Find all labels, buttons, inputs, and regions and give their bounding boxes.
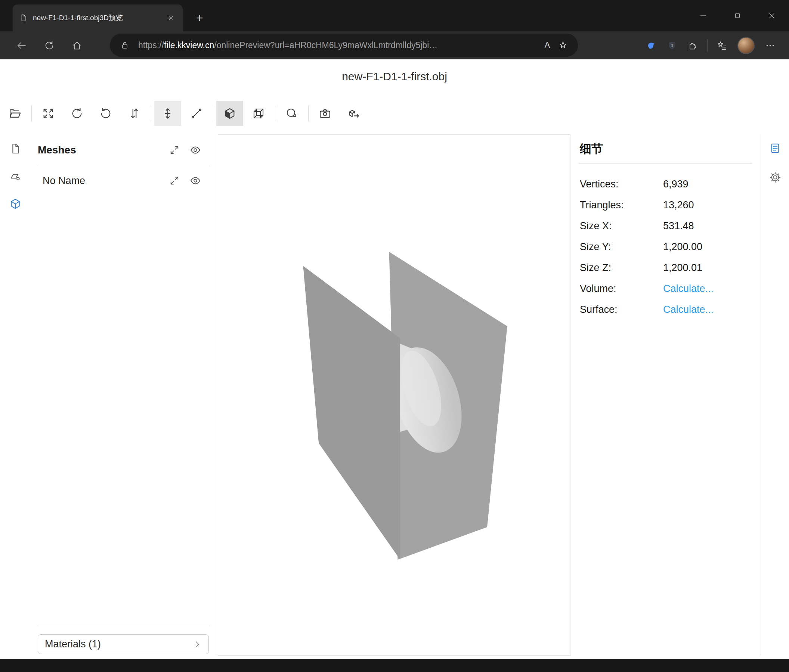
- meshes-panel: Meshes No Name Materials (1): [30, 134, 217, 656]
- detail-label: Volume:: [579, 283, 663, 295]
- detail-row-volume: Volume: Calculate...: [579, 278, 752, 299]
- move-axis-icon: [161, 107, 174, 120]
- bird-extension-icon[interactable]: [641, 37, 661, 54]
- lock-icon[interactable]: [117, 38, 132, 53]
- rotate-horizontal-button[interactable]: [67, 101, 88, 126]
- rotate-vertical-button[interactable]: [95, 101, 116, 126]
- details-rows: Vertices: 6,939 Triangles: 13,260 Size X…: [579, 174, 752, 320]
- detail-row-size-z: Size Z: 1,200.01: [579, 257, 752, 278]
- right-icon-strip: [760, 134, 789, 656]
- page-title: new-F1-D1-1-first.obj: [0, 70, 789, 83]
- shaded-view-icon: [224, 107, 236, 120]
- detail-label: Surface:: [579, 304, 663, 315]
- rotate-horizontal-icon: [70, 107, 83, 120]
- browser-titlebar: new-F1-D1-1-first.obj3D预览 +: [0, 0, 789, 31]
- back-icon[interactable]: [13, 37, 30, 54]
- browser-tab[interactable]: new-F1-D1-1-first.obj3D预览: [13, 5, 183, 31]
- meshes-title: Meshes: [38, 144, 160, 156]
- eye-icon[interactable]: [189, 174, 202, 187]
- url-scheme: https://: [138, 40, 164, 50]
- expand-icon[interactable]: [168, 174, 181, 187]
- details-header: 细节: [579, 134, 752, 164]
- rotate-vertical-icon: [99, 107, 112, 120]
- fit-view-icon: [42, 107, 54, 120]
- screenshot-icon: [319, 107, 331, 120]
- settings-gear-icon[interactable]: [766, 168, 784, 187]
- new-tab-button[interactable]: +: [191, 10, 208, 26]
- tab-title: new-F1-D1-1-first.obj3D预览: [33, 13, 161, 23]
- close-button[interactable]: [755, 0, 789, 31]
- refresh-icon[interactable]: [40, 37, 58, 54]
- maximize-button[interactable]: [720, 0, 755, 31]
- detail-row-triangles: Triangles: 13,260: [579, 194, 752, 215]
- detail-row-size-y: Size Y: 1,200.00: [579, 236, 752, 257]
- svg-text:T: T: [671, 43, 674, 48]
- expand-icon[interactable]: [168, 144, 181, 156]
- move-axis-button[interactable]: [154, 101, 181, 126]
- profile-avatar[interactable]: [738, 37, 755, 54]
- mesh-name: No Name: [43, 175, 160, 187]
- detail-label: Vertices:: [579, 178, 663, 190]
- tab-close-icon[interactable]: [166, 13, 176, 23]
- screenshot-button[interactable]: [315, 101, 335, 126]
- toolbar-divider: [31, 106, 32, 121]
- read-aloud-icon[interactable]: A: [539, 40, 556, 50]
- materials-divider: [36, 626, 210, 626]
- export-model-icon: [347, 107, 360, 120]
- detail-row-vertices: Vertices: 6,939: [579, 174, 752, 194]
- address-bar[interactable]: https://file.kkview.cn/onlinePreview?url…: [110, 33, 578, 57]
- puzzle-extension-icon[interactable]: [682, 37, 703, 54]
- detail-label: Triangles:: [579, 199, 663, 211]
- minimize-button[interactable]: [686, 0, 720, 31]
- wireframe-view-button[interactable]: [248, 101, 269, 126]
- toolbar-divider: [308, 106, 308, 121]
- wireframe-view-icon: [252, 107, 265, 120]
- file-page-icon[interactable]: [7, 140, 24, 157]
- favorite-star-icon[interactable]: [556, 38, 570, 53]
- fit-view-button[interactable]: [38, 101, 59, 126]
- url-path: /onlinePreview?url=aHR0cHM6Ly9maWxlLmtrd…: [214, 40, 438, 50]
- measure-line-button[interactable]: [186, 101, 207, 126]
- detail-label: Size Z:: [579, 262, 663, 274]
- toolbar-divider: [213, 106, 213, 121]
- detail-value: 6,939: [663, 178, 688, 190]
- tab-doc-icon: [19, 14, 28, 22]
- materials-button[interactable]: Materials (1): [38, 634, 209, 654]
- calculate-surface-link[interactable]: Calculate...: [663, 304, 714, 315]
- window-controls: [686, 0, 789, 31]
- details-list-icon[interactable]: [766, 139, 784, 158]
- left-plane: [303, 266, 400, 560]
- model-render: [218, 135, 570, 655]
- materials-icon[interactable]: [7, 168, 24, 185]
- bottom-strip: [0, 659, 789, 672]
- detail-label: Size X:: [579, 220, 663, 232]
- shield-extension-icon[interactable]: T: [661, 37, 682, 54]
- left-icon-strip: [0, 134, 30, 656]
- viewer-toolbar: [0, 101, 372, 126]
- calculate-volume-link[interactable]: Calculate...: [663, 283, 714, 295]
- detail-label: Size Y:: [579, 241, 663, 253]
- url-text: https://file.kkview.cn/onlinePreview?url…: [138, 40, 539, 50]
- measure-line-icon: [190, 107, 203, 120]
- detail-value: 13,260: [663, 199, 694, 211]
- meshes-header: Meshes: [30, 134, 217, 166]
- chevron-right-icon: [193, 640, 202, 649]
- favorites-hub-icon[interactable]: [711, 37, 732, 54]
- details-panel: 细节 Vertices: 6,939 Triangles: 13,260 Siz…: [579, 134, 752, 656]
- measure-tape-button[interactable]: [281, 101, 302, 126]
- detail-value: 1,200.01: [663, 262, 702, 274]
- model-cube-icon[interactable]: [7, 196, 24, 212]
- eye-icon[interactable]: [189, 144, 202, 156]
- model-viewport[interactable]: [218, 134, 570, 656]
- detail-row-surface: Surface: Calculate...: [579, 299, 752, 320]
- measure-tape-icon: [286, 107, 298, 120]
- open-model-button[interactable]: [5, 101, 26, 126]
- shaded-view-button[interactable]: [216, 101, 243, 126]
- home-icon[interactable]: [68, 37, 86, 54]
- export-model-button[interactable]: [343, 101, 364, 126]
- more-menu-icon[interactable]: [760, 37, 781, 54]
- mesh-list-item[interactable]: No Name: [30, 166, 217, 195]
- open-model-icon: [9, 107, 21, 120]
- flip-vertical-button[interactable]: [124, 101, 145, 126]
- detail-row-size-x: Size X: 531.48: [579, 215, 752, 236]
